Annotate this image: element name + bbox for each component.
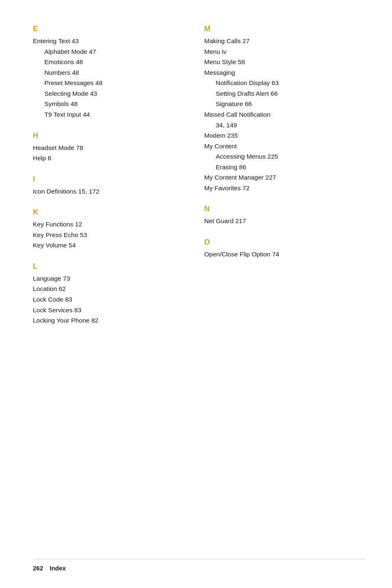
footer-label: Index: [50, 565, 66, 572]
entry-menu-style: Menu Style 58: [204, 57, 359, 67]
entry-headset-mode: Headset Mode 78: [33, 143, 188, 153]
entry-t9-text: T9 Text Input 44: [33, 109, 188, 120]
footer: 262 Index: [33, 565, 66, 572]
section-l: L Language 73 Location 62 Lock Code 83 L…: [33, 262, 188, 326]
entry-lock-services: Lock Services 83: [33, 305, 188, 316]
left-column: E Entering Text 43 Alphabet Mode 47 Emot…: [33, 25, 188, 337]
entry-net-guard: Net Guard 217: [204, 216, 359, 226]
entry-icon-definitions: Icon Definitions 15, 172: [33, 186, 188, 197]
section-letter-e: E: [33, 25, 188, 33]
entry-making-calls: Making Calls 27: [204, 36, 359, 46]
footer-divider: [33, 559, 366, 559]
entry-signature: Signature 66: [204, 99, 359, 109]
section-letter-k: K: [33, 208, 188, 217]
entry-menu: Menu iv: [204, 46, 359, 57]
entry-emoticons: Emoticons 48: [33, 57, 188, 67]
entry-modem: Modem 235: [204, 130, 359, 141]
section-letter-l: L: [33, 262, 188, 271]
footer-page-number: 262: [33, 565, 43, 572]
entry-alphabet-mode: Alphabet Mode 47: [33, 46, 188, 57]
section-letter-n: N: [204, 205, 359, 213]
section-m: M Making Calls 27 Menu iv Menu Style 58 …: [204, 25, 359, 193]
section-letter-m: M: [204, 25, 359, 33]
section-letter-o: O: [204, 238, 359, 247]
entry-notification-display: Notification Display 63: [204, 78, 359, 88]
entry-accessing-menus: Accessing Menus 225: [204, 151, 359, 162]
entry-key-functions: Key Functions 12: [33, 219, 188, 230]
entry-help: Help 6: [33, 153, 188, 164]
entry-location: Location 62: [33, 284, 188, 294]
two-column-layout: E Entering Text 43 Alphabet Mode 47 Emot…: [33, 25, 359, 337]
entry-entering-text: Entering Text 43: [33, 36, 188, 46]
section-letter-h: H: [33, 131, 188, 140]
section-h: H Headset Mode 78 Help 6: [33, 131, 188, 164]
entry-key-volume: Key Volume 54: [33, 240, 188, 251]
entry-symbols: Symbols 48: [33, 99, 188, 109]
entry-missed-call-notification: Missed Call Notification: [204, 109, 359, 120]
page-container: E Entering Text 43 Alphabet Mode 47 Emot…: [0, 0, 392, 588]
section-e: E Entering Text 43 Alphabet Mode 47 Emot…: [33, 25, 188, 120]
right-column: M Making Calls 27 Menu iv Menu Style 58 …: [204, 25, 359, 337]
entry-my-content: My Content: [204, 141, 359, 152]
entry-selecting-mode: Selecting Mode 43: [33, 88, 188, 99]
section-i: I Icon Definitions 15, 172: [33, 175, 188, 197]
entry-key-press-echo: Key Press Echo 53: [33, 230, 188, 240]
section-k: K Key Functions 12 Key Press Echo 53 Key…: [33, 208, 188, 251]
section-n: N Net Guard 217: [204, 205, 359, 226]
entry-locking-your-phone: Locking Your Phone 82: [33, 315, 188, 326]
entry-messaging: Messaging: [204, 67, 359, 78]
entry-missed-call-pages: 34, 149: [204, 120, 359, 131]
entry-preset-messages: Preset Messages 48: [33, 78, 188, 88]
entry-lock-code: Lock Code 83: [33, 294, 188, 305]
entry-open-close-flip: Open/Close Flip Option 74: [204, 249, 359, 260]
entry-setting-drafts-alert: Setting Drafts Alert 66: [204, 88, 359, 99]
section-o: O Open/Close Flip Option 74: [204, 238, 359, 260]
entry-language: Language 73: [33, 273, 188, 284]
entry-numbers: Numbers 48: [33, 67, 188, 78]
section-letter-i: I: [33, 175, 188, 184]
entry-my-content-manager: My Content Manager 227: [204, 172, 359, 183]
entry-erasing: Erasing 86: [204, 162, 359, 173]
entry-my-favorites: My Favorites 72: [204, 183, 359, 194]
